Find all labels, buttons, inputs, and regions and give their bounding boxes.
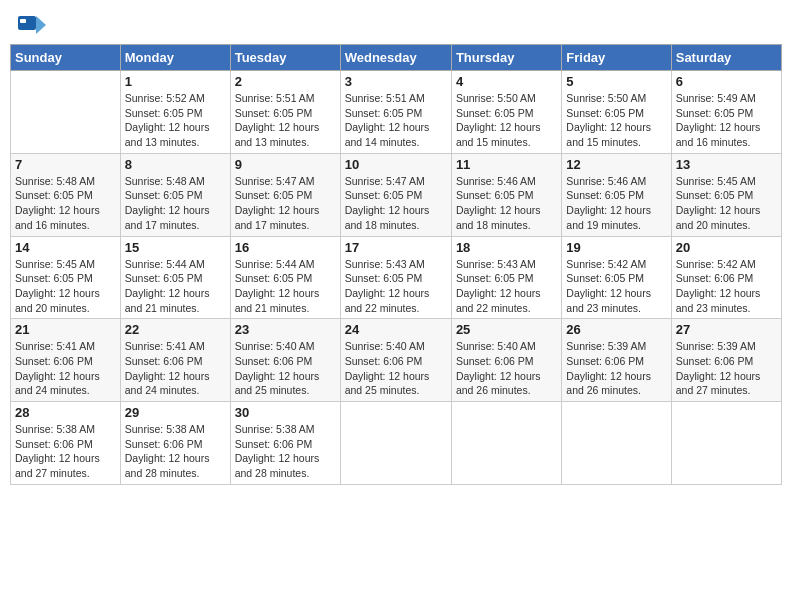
day-number: 5 — [566, 74, 666, 89]
day-number: 14 — [15, 240, 116, 255]
weekday-header-friday: Friday — [562, 45, 671, 71]
day-info: Sunrise: 5:41 AMSunset: 6:06 PMDaylight:… — [125, 339, 226, 398]
svg-rect-2 — [20, 19, 26, 23]
week-row-5: 28Sunrise: 5:38 AMSunset: 6:06 PMDayligh… — [11, 402, 782, 485]
day-number: 30 — [235, 405, 336, 420]
svg-rect-0 — [18, 16, 36, 30]
day-number: 11 — [456, 157, 557, 172]
calendar-cell: 26Sunrise: 5:39 AMSunset: 6:06 PMDayligh… — [562, 319, 671, 402]
day-info: Sunrise: 5:43 AMSunset: 6:05 PMDaylight:… — [456, 257, 557, 316]
week-row-2: 7Sunrise: 5:48 AMSunset: 6:05 PMDaylight… — [11, 153, 782, 236]
calendar-cell: 19Sunrise: 5:42 AMSunset: 6:05 PMDayligh… — [562, 236, 671, 319]
calendar-cell: 24Sunrise: 5:40 AMSunset: 6:06 PMDayligh… — [340, 319, 451, 402]
calendar-cell: 14Sunrise: 5:45 AMSunset: 6:05 PMDayligh… — [11, 236, 121, 319]
day-info: Sunrise: 5:46 AMSunset: 6:05 PMDaylight:… — [456, 174, 557, 233]
weekday-header-row: SundayMondayTuesdayWednesdayThursdayFrid… — [11, 45, 782, 71]
calendar-cell: 16Sunrise: 5:44 AMSunset: 6:05 PMDayligh… — [230, 236, 340, 319]
calendar-cell — [340, 402, 451, 485]
day-info: Sunrise: 5:39 AMSunset: 6:06 PMDaylight:… — [566, 339, 666, 398]
day-number: 13 — [676, 157, 777, 172]
weekday-header-wednesday: Wednesday — [340, 45, 451, 71]
calendar-cell: 29Sunrise: 5:38 AMSunset: 6:06 PMDayligh… — [120, 402, 230, 485]
week-row-3: 14Sunrise: 5:45 AMSunset: 6:05 PMDayligh… — [11, 236, 782, 319]
day-info: Sunrise: 5:40 AMSunset: 6:06 PMDaylight:… — [456, 339, 557, 398]
day-number: 7 — [15, 157, 116, 172]
calendar-cell: 12Sunrise: 5:46 AMSunset: 6:05 PMDayligh… — [562, 153, 671, 236]
calendar-cell: 13Sunrise: 5:45 AMSunset: 6:05 PMDayligh… — [671, 153, 781, 236]
calendar-cell: 18Sunrise: 5:43 AMSunset: 6:05 PMDayligh… — [451, 236, 561, 319]
day-number: 21 — [15, 322, 116, 337]
svg-marker-1 — [36, 16, 46, 34]
page-header — [10, 10, 782, 40]
calendar-cell: 5Sunrise: 5:50 AMSunset: 6:05 PMDaylight… — [562, 71, 671, 154]
day-info: Sunrise: 5:38 AMSunset: 6:06 PMDaylight:… — [15, 422, 116, 481]
calendar-cell: 23Sunrise: 5:40 AMSunset: 6:06 PMDayligh… — [230, 319, 340, 402]
calendar-cell: 4Sunrise: 5:50 AMSunset: 6:05 PMDaylight… — [451, 71, 561, 154]
calendar-cell: 2Sunrise: 5:51 AMSunset: 6:05 PMDaylight… — [230, 71, 340, 154]
logo-icon — [18, 14, 46, 36]
day-info: Sunrise: 5:47 AMSunset: 6:05 PMDaylight:… — [345, 174, 447, 233]
day-number: 29 — [125, 405, 226, 420]
calendar-cell: 25Sunrise: 5:40 AMSunset: 6:06 PMDayligh… — [451, 319, 561, 402]
day-number: 17 — [345, 240, 447, 255]
calendar-cell: 17Sunrise: 5:43 AMSunset: 6:05 PMDayligh… — [340, 236, 451, 319]
day-info: Sunrise: 5:42 AMSunset: 6:06 PMDaylight:… — [676, 257, 777, 316]
day-number: 10 — [345, 157, 447, 172]
week-row-4: 21Sunrise: 5:41 AMSunset: 6:06 PMDayligh… — [11, 319, 782, 402]
calendar-cell: 11Sunrise: 5:46 AMSunset: 6:05 PMDayligh… — [451, 153, 561, 236]
weekday-header-monday: Monday — [120, 45, 230, 71]
day-info: Sunrise: 5:50 AMSunset: 6:05 PMDaylight:… — [566, 91, 666, 150]
day-number: 19 — [566, 240, 666, 255]
day-info: Sunrise: 5:47 AMSunset: 6:05 PMDaylight:… — [235, 174, 336, 233]
calendar-cell: 30Sunrise: 5:38 AMSunset: 6:06 PMDayligh… — [230, 402, 340, 485]
calendar-cell: 20Sunrise: 5:42 AMSunset: 6:06 PMDayligh… — [671, 236, 781, 319]
day-info: Sunrise: 5:52 AMSunset: 6:05 PMDaylight:… — [125, 91, 226, 150]
day-number: 22 — [125, 322, 226, 337]
day-info: Sunrise: 5:45 AMSunset: 6:05 PMDaylight:… — [15, 257, 116, 316]
day-info: Sunrise: 5:46 AMSunset: 6:05 PMDaylight:… — [566, 174, 666, 233]
calendar-cell: 9Sunrise: 5:47 AMSunset: 6:05 PMDaylight… — [230, 153, 340, 236]
weekday-header-saturday: Saturday — [671, 45, 781, 71]
calendar-cell: 15Sunrise: 5:44 AMSunset: 6:05 PMDayligh… — [120, 236, 230, 319]
day-number: 24 — [345, 322, 447, 337]
day-info: Sunrise: 5:38 AMSunset: 6:06 PMDaylight:… — [125, 422, 226, 481]
calendar-table: SundayMondayTuesdayWednesdayThursdayFrid… — [10, 44, 782, 485]
day-number: 9 — [235, 157, 336, 172]
day-info: Sunrise: 5:40 AMSunset: 6:06 PMDaylight:… — [345, 339, 447, 398]
day-info: Sunrise: 5:44 AMSunset: 6:05 PMDaylight:… — [125, 257, 226, 316]
day-number: 15 — [125, 240, 226, 255]
calendar-cell — [671, 402, 781, 485]
day-number: 3 — [345, 74, 447, 89]
day-info: Sunrise: 5:42 AMSunset: 6:05 PMDaylight:… — [566, 257, 666, 316]
calendar-cell: 3Sunrise: 5:51 AMSunset: 6:05 PMDaylight… — [340, 71, 451, 154]
calendar-cell: 22Sunrise: 5:41 AMSunset: 6:06 PMDayligh… — [120, 319, 230, 402]
calendar-cell — [451, 402, 561, 485]
day-info: Sunrise: 5:39 AMSunset: 6:06 PMDaylight:… — [676, 339, 777, 398]
day-number: 26 — [566, 322, 666, 337]
day-number: 12 — [566, 157, 666, 172]
weekday-header-thursday: Thursday — [451, 45, 561, 71]
day-info: Sunrise: 5:48 AMSunset: 6:05 PMDaylight:… — [15, 174, 116, 233]
day-number: 6 — [676, 74, 777, 89]
calendar-cell: 21Sunrise: 5:41 AMSunset: 6:06 PMDayligh… — [11, 319, 121, 402]
calendar-cell — [562, 402, 671, 485]
day-number: 23 — [235, 322, 336, 337]
day-info: Sunrise: 5:38 AMSunset: 6:06 PMDaylight:… — [235, 422, 336, 481]
day-number: 2 — [235, 74, 336, 89]
calendar-cell: 8Sunrise: 5:48 AMSunset: 6:05 PMDaylight… — [120, 153, 230, 236]
day-info: Sunrise: 5:41 AMSunset: 6:06 PMDaylight:… — [15, 339, 116, 398]
day-number: 4 — [456, 74, 557, 89]
day-info: Sunrise: 5:50 AMSunset: 6:05 PMDaylight:… — [456, 91, 557, 150]
day-info: Sunrise: 5:45 AMSunset: 6:05 PMDaylight:… — [676, 174, 777, 233]
week-row-1: 1Sunrise: 5:52 AMSunset: 6:05 PMDaylight… — [11, 71, 782, 154]
day-info: Sunrise: 5:44 AMSunset: 6:05 PMDaylight:… — [235, 257, 336, 316]
calendar-cell: 1Sunrise: 5:52 AMSunset: 6:05 PMDaylight… — [120, 71, 230, 154]
calendar-cell: 10Sunrise: 5:47 AMSunset: 6:05 PMDayligh… — [340, 153, 451, 236]
calendar-cell: 7Sunrise: 5:48 AMSunset: 6:05 PMDaylight… — [11, 153, 121, 236]
day-info: Sunrise: 5:51 AMSunset: 6:05 PMDaylight:… — [235, 91, 336, 150]
day-info: Sunrise: 5:51 AMSunset: 6:05 PMDaylight:… — [345, 91, 447, 150]
calendar-cell: 27Sunrise: 5:39 AMSunset: 6:06 PMDayligh… — [671, 319, 781, 402]
day-info: Sunrise: 5:43 AMSunset: 6:05 PMDaylight:… — [345, 257, 447, 316]
day-number: 25 — [456, 322, 557, 337]
day-info: Sunrise: 5:40 AMSunset: 6:06 PMDaylight:… — [235, 339, 336, 398]
